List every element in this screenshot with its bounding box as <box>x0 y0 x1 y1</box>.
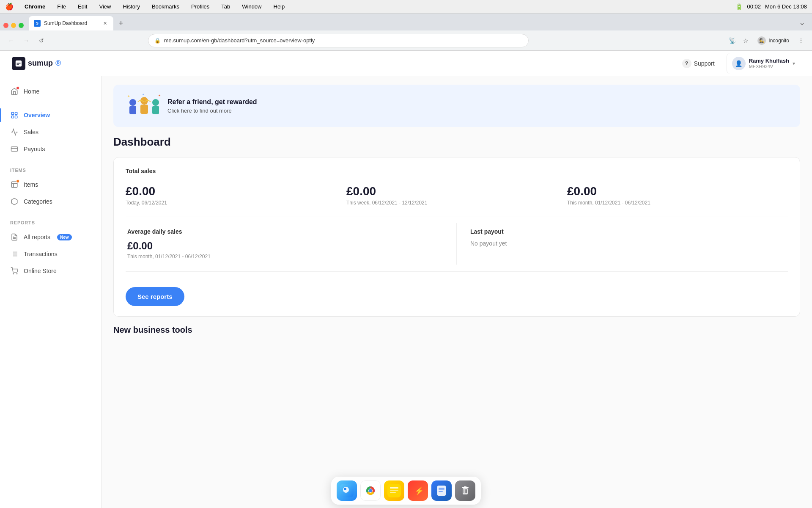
tab-title: SumUp Dashboard <box>44 20 98 26</box>
dock-docs[interactable] <box>431 480 452 501</box>
menubar-clock: Mon 6 Dec 13:08 <box>765 3 807 10</box>
user-chevron-icon: ▾ <box>793 61 795 66</box>
sidebar-item-transactions[interactable]: Transactions <box>0 246 101 262</box>
sidebar-item-online-store[interactable]: Online Store <box>0 262 101 279</box>
sidebar-item-sales[interactable]: Sales <box>0 124 101 141</box>
menu-history[interactable]: History <box>120 3 142 11</box>
cast-icon[interactable]: 📡 <box>726 35 738 47</box>
header-right: ? Support 👤 Ramy Khuffash MEXH934V ▾ <box>677 53 800 74</box>
home-icon <box>10 87 19 96</box>
sidebar-home-label: Home <box>24 88 39 95</box>
reports-section-label: REPORTS <box>0 217 101 229</box>
sidebar-allreports-label: All reports <box>24 234 50 240</box>
last-payout-label: Last payout <box>470 228 786 235</box>
refresh-button[interactable]: ↺ <box>36 35 47 47</box>
sidebar-item-categories[interactable]: Categories <box>0 193 101 210</box>
svg-rect-44 <box>439 491 443 492</box>
dock-chrome[interactable] <box>360 480 381 501</box>
referral-subtitle: Click here to find out more <box>167 108 788 114</box>
menu-help[interactable]: Help <box>271 3 288 11</box>
sales-today-period: Today, 06/12/2021 <box>126 200 346 206</box>
forward-button[interactable]: → <box>20 35 32 47</box>
more-options-icon[interactable]: ⋮ <box>795 35 807 47</box>
menu-bookmarks[interactable]: Bookmarks <box>149 3 182 11</box>
svg-text:⚡: ⚡ <box>414 486 424 496</box>
back-button[interactable]: ← <box>5 35 17 47</box>
menu-window[interactable]: Window <box>239 3 264 11</box>
svg-point-24 <box>152 99 159 106</box>
sales-week-cell: £0.00 This week, 06/12/2021 - 12/12/2021 <box>346 183 567 207</box>
incognito-profile-button[interactable]: 🕵 Incognito <box>753 35 793 47</box>
url-text: me.sumup.com/en-gb/dashboard?utm_source=… <box>164 37 522 44</box>
menu-profiles[interactable]: Profiles <box>189 3 212 11</box>
dock-notes[interactable] <box>384 480 404 501</box>
dashboard-title: Dashboard <box>113 135 800 149</box>
svg-rect-9 <box>11 182 17 188</box>
app-menu-chrome[interactable]: Chrome <box>22 3 48 11</box>
total-sales-label: Total sales <box>126 168 788 174</box>
home-notification-badge <box>16 86 19 90</box>
bookmark-icon[interactable]: ☆ <box>740 35 752 47</box>
main-content: ✦ ✦ ✦ Refer a friend, get rewarded Click… <box>102 76 812 508</box>
sumup-logo: sumup® <box>12 57 61 70</box>
referral-text: Refer a friend, get rewarded Click here … <box>167 98 788 114</box>
address-bar-icons: 📡 ☆ 🕵 Incognito ⋮ <box>726 35 807 47</box>
svg-rect-21 <box>129 106 136 114</box>
sidebar-item-overview[interactable]: Overview <box>0 107 101 124</box>
support-label: Support <box>694 60 715 67</box>
referral-illustration: ✦ ✦ ✦ <box>125 93 159 119</box>
menu-view[interactable]: View <box>96 3 113 11</box>
tab-close-button[interactable]: ✕ <box>102 20 108 27</box>
svg-rect-4 <box>15 113 17 115</box>
svg-rect-3 <box>11 113 14 115</box>
svg-rect-42 <box>439 488 444 489</box>
dock-bolt[interactable]: ⚡ <box>408 480 428 501</box>
user-info: Ramy Khuffash MEXH934V <box>749 58 789 69</box>
url-bar[interactable]: 🔒 me.sumup.com/en-gb/dashboard?utm_sourc… <box>148 34 529 47</box>
user-menu-button[interactable]: 👤 Ramy Khuffash MEXH934V ▾ <box>727 53 800 74</box>
new-badge: New <box>57 234 72 240</box>
menu-edit[interactable]: Edit <box>75 3 90 11</box>
support-button[interactable]: ? Support <box>677 55 720 72</box>
logo-registered: ® <box>55 59 61 68</box>
svg-rect-25 <box>152 106 159 114</box>
dock-finder[interactable] <box>337 480 357 501</box>
avg-daily-cell: Average daily sales £0.00 This month, 01… <box>126 223 457 265</box>
transactions-icon <box>10 250 19 258</box>
stats-divider <box>126 216 788 216</box>
svg-point-35 <box>369 489 372 492</box>
window-maximize[interactable] <box>19 23 24 28</box>
incognito-avatar: 🕵 <box>757 36 766 45</box>
sidebar-item-all-reports[interactable]: All reports New <box>0 229 101 246</box>
svg-rect-7 <box>11 147 18 152</box>
svg-rect-43 <box>439 489 444 490</box>
sidebar-overview-label: Overview <box>24 112 50 119</box>
address-bar: ← → ↺ 🔒 me.sumup.com/en-gb/dashboard?utm… <box>0 30 812 51</box>
sidebar-item-home[interactable]: Home <box>0 83 101 100</box>
browser-tab-active[interactable]: S SumUp Dashboard ✕ <box>29 16 113 30</box>
sidebar-item-items[interactable]: Items <box>0 176 101 193</box>
people-svg: ✦ ✦ ✦ <box>125 93 163 121</box>
window-minimize[interactable] <box>11 23 16 28</box>
tab-list-button[interactable]: ⌄ <box>796 16 809 29</box>
sidebar-transactions-label: Transactions <box>24 251 58 257</box>
sidebar-item-payouts[interactable]: Payouts <box>0 141 101 157</box>
new-tab-button[interactable]: + <box>115 17 127 29</box>
svg-point-20 <box>129 99 136 106</box>
dock-trash[interactable] <box>455 480 475 501</box>
sales-month-cell: £0.00 This month, 01/12/2021 - 06/12/202… <box>567 183 788 207</box>
menu-file[interactable]: File <box>55 3 69 11</box>
menu-tab[interactable]: Tab <box>219 3 233 11</box>
svg-text:✦: ✦ <box>127 94 130 98</box>
referral-banner[interactable]: ✦ ✦ ✦ Refer a friend, get rewarded Click… <box>113 85 800 127</box>
svg-rect-5 <box>11 116 14 118</box>
sales-today-amount: £0.00 <box>126 185 346 198</box>
macos-menubar: 🍎 Chrome File Edit View History Bookmark… <box>0 0 812 14</box>
apple-menu[interactable]: 🍎 <box>5 3 14 11</box>
sales-month-amount: £0.00 <box>567 185 788 198</box>
mac-dock: ⚡ <box>331 477 481 505</box>
window-close[interactable] <box>3 23 8 28</box>
see-reports-button[interactable]: See reports <box>126 287 184 306</box>
battery-time: 00:02 <box>747 3 761 10</box>
reports-icon <box>10 233 19 241</box>
